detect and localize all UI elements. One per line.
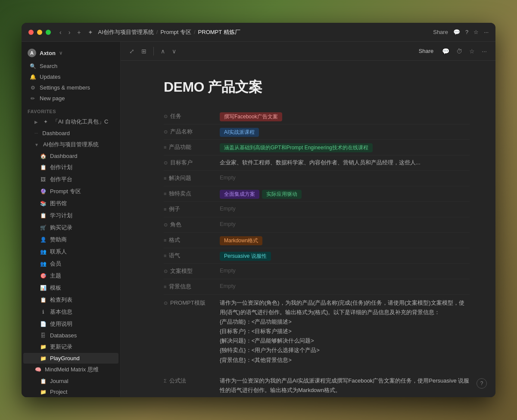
contacts-label: 联系人	[50, 248, 67, 256]
tag-ai-course[interactable]: AI实战派课程	[220, 128, 259, 137]
sidebar-user[interactable]: A Axton ∨	[22, 45, 120, 61]
toolbar-divider	[153, 47, 154, 56]
prop-value-product-func[interactable]: 涵盖从基础到高级的GPT和Prompt Engineering技术的在线课程	[220, 142, 470, 152]
prop-value-usp[interactable]: 全面集成方案 实际应用驱动	[220, 189, 470, 199]
sidebar-item-project[interactable]: 📁 Project	[23, 386, 118, 397]
prop-value-example[interactable]: Empty	[220, 204, 470, 212]
sidebar-updates[interactable]: 🔔 Updates	[23, 71, 118, 82]
target-text: 企业家、软件工程师、数据科学家、内容创作者、营销人员和产品经理，这些人...	[220, 159, 420, 167]
sidebar-item-dashboard[interactable]: 🏠 Dashboard	[23, 151, 118, 161]
prop-value-prompt-template[interactable]: 请作为一位资深的(角色)，为我的产品(产品名称)完成(任务)的任务，请使用(文案…	[220, 297, 470, 365]
more-button[interactable]: ···	[480, 46, 489, 56]
prop-value-product-name[interactable]: AI实战派课程	[220, 127, 470, 137]
expand-button[interactable]: ⤢	[128, 46, 136, 56]
timer-button[interactable]: ⏱	[455, 46, 464, 56]
mindmeld-icon: 🧠	[34, 367, 41, 373]
prop-value-copy-model[interactable]: Empty	[220, 266, 470, 274]
more-button-titlebar[interactable]: ···	[484, 29, 489, 35]
sidebar-item-study-plan[interactable]: 📋 学习计划	[23, 210, 118, 222]
sidebar-item-ai-system[interactable]: ▼ AI创作与项目管理系统	[23, 139, 118, 151]
sidebar-item-theme[interactable]: 🎯 主题	[23, 270, 118, 282]
prop-row-example: ≡ 例子 Empty	[164, 202, 470, 217]
prop-value-background[interactable]: Empty	[220, 282, 470, 289]
sidebar-item-prompt[interactable]: 🔮 Prompt 专区	[23, 185, 118, 198]
sidebar-item-basic-info[interactable]: ℹ 基本信息	[23, 306, 118, 318]
breadcrumb-item-2[interactable]: Prompt 专区	[160, 28, 191, 36]
grid-button[interactable]: ⊞	[140, 46, 148, 56]
document-title[interactable]: DEMO 产品文案	[164, 78, 470, 97]
prop-value-formula[interactable]: 请作为一位资深的为我的产品AI实战派课程完成撰写Facebook广告文案的任务，…	[220, 375, 470, 397]
tag-product-func[interactable]: 涵盖从基础到高级的GPT和Prompt Engineering技术的在线课程	[220, 143, 373, 152]
tag-integrated[interactable]: 全面集成方案	[220, 190, 259, 199]
sidebar-settings[interactable]: ⚙ Settings & members	[23, 82, 118, 93]
ai-toolkit-label: 「AI 自动化工具包」C	[53, 118, 108, 126]
background-empty: Empty	[220, 283, 236, 289]
prop-value-tone[interactable]: Persuasive 说服性	[220, 251, 470, 261]
down-button[interactable]: ∨	[170, 46, 178, 56]
help-button[interactable]: ?	[477, 378, 487, 389]
forward-button[interactable]: ›	[67, 28, 72, 37]
settings-icon: ⚙	[29, 85, 36, 91]
sidebar-item-sponsor[interactable]: 👤 赞助商	[23, 234, 118, 246]
share-button[interactable]: Share	[415, 46, 437, 56]
content-area: ⤢ ⊞ ∧ ∨ Share 💬 ⏱ ☆ ··· DEMO 产品文案	[121, 42, 495, 397]
share-button-titlebar[interactable]: Share	[433, 29, 448, 35]
new-page-label: New page	[40, 95, 65, 102]
sidebar-item-mindmeld[interactable]: 🧠 MindMeld Matrix 思维	[23, 364, 118, 376]
comment-button-titlebar[interactable]: 💬	[453, 29, 460, 35]
sidebar-item-creative-platform[interactable]: 🖼 创作平台	[23, 173, 118, 185]
sidebar-item-creative-plan[interactable]: 📋 创作计划	[23, 161, 118, 173]
tag-markdown[interactable]: Markdown格式	[220, 236, 262, 245]
breadcrumb-item-1[interactable]: AI创作与项目管理系统	[98, 28, 154, 36]
prop-row-prompt-template: ⊙ PROMPT模版 请作为一位资深的(角色)，为我的产品(产品名称)完成(任务…	[164, 295, 470, 368]
breadcrumb-item-3[interactable]: PROMPT 精炼厂	[198, 28, 240, 36]
ai-button[interactable]: ✦	[86, 28, 95, 37]
chevron-icon: ▶	[34, 120, 38, 124]
sidebar-item-members[interactable]: 👥 会员	[23, 258, 118, 270]
tag-facebook[interactable]: 撰写Facebook广告文案	[220, 112, 282, 121]
prop-value-target[interactable]: 企业家、软件工程师、数据科学家、内容创作者、营销人员和产品经理，这些人...	[220, 158, 470, 167]
sidebar-item-changelog[interactable]: 📁 更新记录	[23, 341, 118, 353]
minimize-button[interactable]	[37, 30, 42, 35]
creative-platform-label: 创作平台	[50, 176, 72, 183]
titlebar: ‹ › + ✦ AI创作与项目管理系统 / Prompt 专区 / PROMPT…	[22, 23, 495, 42]
updates-label: Updates	[40, 74, 60, 80]
prop-row-copy-model: ⊙ 文案模型 Empty	[164, 264, 470, 279]
tag-practical[interactable]: 实际应用驱动	[262, 190, 302, 199]
up-button[interactable]: ∧	[159, 46, 167, 56]
help-button-titlebar[interactable]: ?	[465, 29, 468, 35]
prop-value-format[interactable]: Markdown格式	[220, 235, 470, 245]
sidebar-item-dashboard-fav[interactable]: ··· Dashboard	[23, 128, 118, 139]
sidebar-item-databases[interactable]: 🗄 Databases	[23, 330, 118, 341]
favorites-section: Favorites	[22, 104, 120, 116]
sidebar-item-contacts[interactable]: 👥 联系人	[23, 246, 118, 258]
back-button[interactable]: ‹	[58, 28, 63, 37]
sidebar-item-library[interactable]: 📚 图书馆	[23, 198, 118, 210]
target-prop-icon: ⊙	[164, 160, 168, 166]
prop-value-role[interactable]: Empty	[220, 220, 470, 227]
sidebar-item-ai-toolkit[interactable]: ▶ ✦ 「AI 自动化工具包」C	[23, 116, 118, 128]
prop-value-task[interactable]: 撰写Facebook广告文案	[220, 111, 470, 121]
product-name-prop-icon: ⊙	[164, 129, 168, 135]
sidebar-search[interactable]: 🔍 Search	[23, 61, 118, 71]
theme-icon: 🎯	[40, 273, 47, 279]
sidebar-new-page[interactable]: ✏ New page	[23, 93, 118, 104]
maximize-button[interactable]	[46, 30, 51, 35]
star-button-titlebar[interactable]: ☆	[473, 29, 479, 35]
prop-row-product-func: ≡ 产品功能 涵盖从基础到高级的GPT和Prompt Engineering技术…	[164, 140, 470, 155]
changelog-label: 更新记录	[50, 343, 72, 351]
product-func-prop-icon: ≡	[164, 145, 166, 150]
star-button[interactable]: ☆	[467, 46, 477, 56]
sidebar-item-checklist[interactable]: 📋 检查列表	[23, 294, 118, 306]
sidebar-item-playground[interactable]: 📁 PlayGround	[23, 353, 118, 364]
sidebar-item-template[interactable]: 📊 模板	[23, 282, 118, 294]
sidebar-item-purchase[interactable]: 🛒 购买记录	[23, 222, 118, 234]
sidebar-item-usage[interactable]: 📄 使用说明	[23, 318, 118, 330]
close-button[interactable]	[28, 30, 34, 35]
prop-value-problem[interactable]: Empty	[220, 173, 470, 181]
add-page-button[interactable]: +	[75, 28, 82, 37]
tag-persuasive[interactable]: Persuasive 说服性	[220, 252, 271, 261]
sidebar-item-journal[interactable]: 📋 Journal	[23, 376, 118, 386]
document-content: DEMO 产品文案 ⊙ 任务 撰写Facebook广告文案 ⊙	[121, 61, 495, 397]
comment-button[interactable]: 💬	[440, 46, 451, 56]
